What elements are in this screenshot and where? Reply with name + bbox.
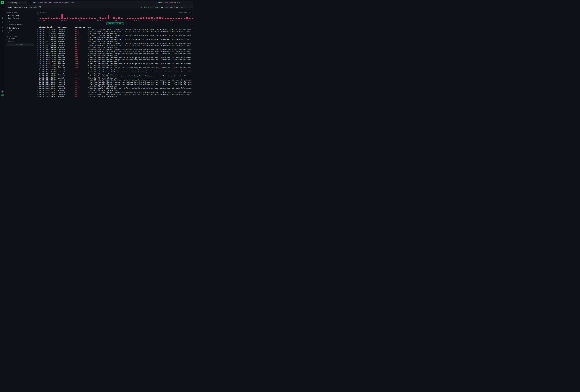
language-sql[interactable]: SQL [140, 6, 142, 8]
log-row[interactable]: › Jun 11 1:56:42.999 PM frontend error {… [37, 38, 193, 41]
order-by-editor[interactable]: ORDER BY TimestampTime DESC [156, 1, 193, 4]
row-expand-icon[interactable]: › [37, 87, 39, 89]
histogram-bar[interactable] [167, 18, 169, 19]
row-expand-icon[interactable]: › [37, 49, 39, 50]
chart-icon[interactable] [1, 21, 3, 23]
histogram-bar[interactable] [78, 18, 79, 19]
log-row[interactable]: › Jun 11 1:55:16.296 PM payment error Vi… [37, 85, 193, 87]
log-row[interactable]: › Jun 11 1:55:59.765 PM frontend error {… [37, 69, 193, 71]
log-row[interactable]: › Jun 11 1:56:38.540 PM frontend error {… [37, 44, 193, 47]
histogram-bar[interactable] [108, 15, 109, 19]
select-clause-editor[interactable]: SELECT Timestamp, ServiceName, SeverityT… [32, 1, 155, 4]
mode-event-patterns[interactable]: Event Patterns [7, 17, 34, 19]
dashboard-icon[interactable] [1, 8, 3, 10]
log-row[interactable]: › Jun 11 1:55:39.331 PM frontend error ×… [37, 81, 193, 83]
histogram-bar[interactable] [61, 14, 63, 19]
row-expand-icon[interactable]: › [37, 33, 39, 34]
log-row[interactable]: › Jun 11 1:56:51.980 PM frontend error {… [37, 30, 193, 32]
histogram-bar[interactable] [173, 18, 174, 19]
scrollbar-thumb[interactable] [194, 26, 194, 34]
log-row[interactable]: › Jun 11 1:56:51.975 PM payment error Vi… [37, 32, 193, 34]
histogram-bar[interactable] [178, 18, 180, 19]
histogram-bar[interactable] [51, 18, 52, 19]
row-expand-icon[interactable]: › [37, 83, 39, 85]
histogram-bar[interactable] [70, 18, 71, 19]
row-expand-icon[interactable]: › [37, 89, 39, 91]
histogram-bar[interactable] [189, 18, 190, 19]
log-row[interactable]: › Jun 11 1:55:16.302 PM frontend error ×… [37, 83, 193, 85]
histogram-bar[interactable] [119, 17, 120, 19]
column-body[interactable]: Body [88, 26, 191, 28]
histogram-bar[interactable] [135, 18, 136, 19]
log-row[interactable]: › Jun 11 1:55:07.841 PM frontend error ×… [37, 91, 193, 93]
language-lucene[interactable]: Lucene [144, 6, 149, 8]
log-row[interactable]: › Jun 11 1:54:52.241 PM payment error Vi… [37, 95, 193, 97]
histogram-bar[interactable] [48, 17, 49, 19]
search-input[interactable] [8, 6, 139, 8]
table-options-icon[interactable]: ⋮ [191, 26, 193, 28]
histogram-bar[interactable] [53, 18, 55, 19]
services-grid-icon[interactable] [1, 30, 3, 32]
column-timestamp[interactable]: Timestamp (Local) [39, 26, 57, 28]
log-row[interactable]: › Jun 11 1:56:08.956 PM frontend error ×… [37, 53, 193, 55]
row-expand-icon[interactable]: › [37, 96, 39, 97]
row-expand-icon[interactable]: › [37, 81, 39, 83]
column-resize-handle[interactable]: ⋮ [57, 26, 58, 28]
histogram-bar[interactable] [113, 17, 115, 19]
help-button[interactable]: ? [1, 90, 4, 93]
row-expand-icon[interactable]: › [37, 61, 39, 63]
resume-live-tail-button[interactable]: Resume Live Tail [106, 22, 124, 25]
row-expand-icon[interactable]: › [37, 79, 39, 81]
log-row[interactable]: › Jun 11 1:55:07.835 PM frontend error {… [37, 93, 193, 95]
histogram-bar[interactable] [143, 17, 145, 19]
histogram-bar[interactable] [165, 18, 166, 19]
histogram-bar[interactable] [116, 18, 117, 19]
log-row[interactable]: › Jun 11 1:55:39.330 PM frontend error {… [37, 79, 193, 81]
histogram-bar[interactable] [156, 17, 158, 19]
log-row[interactable]: › Jun 11 1:55:39.324 PM payment error Vi… [37, 77, 193, 79]
histogram-bar[interactable] [91, 18, 93, 19]
histogram-bar[interactable] [127, 18, 128, 19]
histogram-bar[interactable] [121, 18, 123, 19]
log-row[interactable]: › Jun 11 1:56:51.982 PM frontend error ×… [37, 28, 193, 30]
row-expand-icon[interactable]: › [37, 94, 39, 95]
histogram-bar[interactable] [75, 17, 77, 19]
histogram-bar[interactable] [72, 18, 74, 19]
histogram-bar[interactable] [162, 17, 163, 19]
row-expand-icon[interactable]: › [37, 30, 39, 32]
log-row[interactable]: › Jun 11 1:55:51.454 PM frontend error ×… [37, 75, 193, 77]
log-row[interactable]: › Jun 11 1:56:42.995 PM payment error Vi… [37, 36, 193, 38]
row-expand-icon[interactable]: › [37, 43, 39, 44]
denoise-toggle[interactable]: ◎ Denoise Results [7, 24, 34, 25]
histogram-bar[interactable] [192, 18, 193, 19]
row-expand-icon[interactable]: › [37, 39, 39, 40]
histogram-bar[interactable] [148, 17, 150, 19]
row-expand-icon[interactable]: › [37, 47, 39, 48]
log-row[interactable]: › Jun 11 1:56:03.252 PM frontend error {… [37, 63, 193, 65]
histogram-bar[interactable] [105, 17, 106, 19]
filter-group-severitytext[interactable]: SeverityText [7, 27, 34, 29]
histogram-bar[interactable] [89, 17, 90, 19]
histogram-bar[interactable] [154, 18, 155, 19]
log-row[interactable]: › Jun 11 1:56:43.001 PM frontend error ×… [37, 34, 193, 36]
log-row[interactable]: › Jun 11 1:56:03.248 PM payment error Vi… [37, 61, 193, 63]
source-select[interactable]: Demo Logs [7, 1, 27, 4]
log-row[interactable]: › Jun 11 1:55:51.452 PM frontend error {… [37, 71, 193, 73]
log-row[interactable]: › Jun 11 1:56:38.534 PM payment error Vi… [37, 40, 193, 43]
more-filters-button[interactable]: More filters › [7, 43, 34, 46]
histogram-bar[interactable] [56, 17, 58, 19]
histogram-bar[interactable] [83, 18, 85, 19]
row-expand-icon[interactable]: › [37, 91, 39, 93]
histogram-bar[interactable] [184, 18, 185, 19]
row-expand-icon[interactable]: › [37, 35, 39, 36]
query-language-toggle[interactable]: SQL | Lucene [140, 6, 149, 8]
row-expand-icon[interactable]: › [37, 55, 39, 56]
histogram-bar[interactable] [170, 18, 171, 19]
row-expand-icon[interactable]: › [37, 85, 39, 87]
log-row[interactable]: › Jun 11 1:56:08.955 PM frontend error {… [37, 57, 193, 59]
log-row[interactable]: › Jun 11 1:56:32.848 PM frontend error {… [37, 51, 193, 53]
histogram-bar[interactable] [94, 18, 96, 19]
histogram-bar[interactable] [145, 17, 147, 19]
time-range-picker[interactable]: Jun 11 13:41:52 - Jun 11 13:56:52 [151, 5, 188, 9]
filter-option-info[interactable]: info [7, 30, 34, 31]
